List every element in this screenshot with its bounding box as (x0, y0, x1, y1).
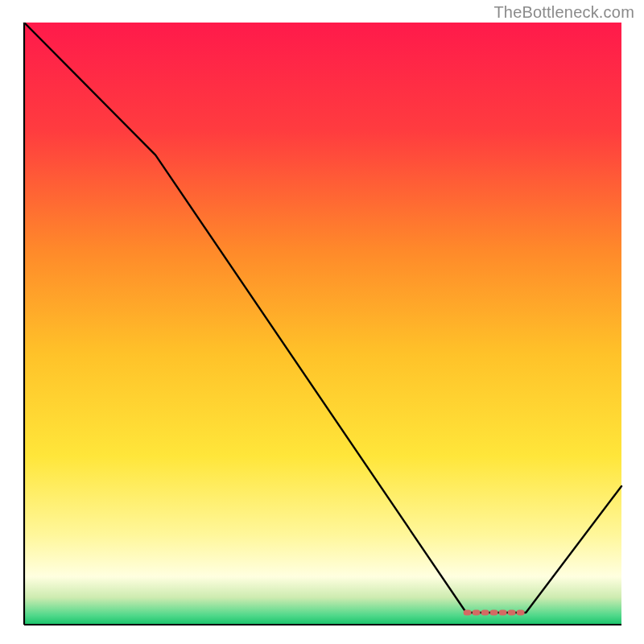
plot-svg (18, 23, 626, 631)
plot-area (18, 23, 626, 631)
chart-container: TheBottleneck.com (0, 0, 644, 644)
attribution-label: TheBottleneck.com (493, 3, 634, 22)
